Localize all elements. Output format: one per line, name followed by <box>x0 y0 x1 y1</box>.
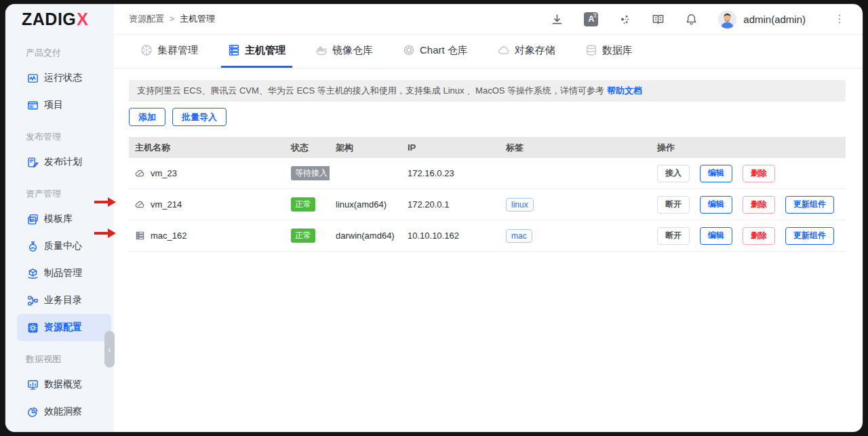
host-ip: 172.16.0.23 <box>401 168 500 178</box>
logo-x: X <box>77 9 88 29</box>
header-operations: 操作 <box>651 142 846 154</box>
sidebar-item-catalog[interactable]: 业务目录 <box>5 287 114 314</box>
tab-docker[interactable]: 镜像仓库 <box>309 35 380 68</box>
host-name: mac_162 <box>151 231 186 241</box>
tab-label: 对象存储 <box>515 44 555 57</box>
action-button-删除[interactable]: 删除 <box>743 227 775 245</box>
sidebar-section-title: 数据视图 <box>5 341 114 371</box>
project-icon: PM <box>27 100 39 111</box>
template-icon <box>27 214 39 225</box>
data-overview-icon <box>27 379 39 391</box>
svg-text:PM: PM <box>30 105 33 108</box>
sidebar-item-insight[interactable]: 效能洞察 <box>5 398 114 425</box>
resource-tabs: 集群管理主机管理镜像仓库Chart 仓库对象存储数据库 <box>114 35 863 68</box>
sidebar-item-artifact[interactable]: 制品管理 <box>5 260 114 287</box>
quality-icon <box>27 241 39 252</box>
host-name: vm_214 <box>151 199 182 210</box>
logo-text: ZADIG <box>22 9 76 29</box>
helm-icon <box>403 44 415 56</box>
user-menu[interactable]: admin(admin) <box>718 10 806 28</box>
host-ip: 172.20.0.1 <box>401 199 500 210</box>
tab-host[interactable]: 主机管理 <box>221 35 292 68</box>
language-icon[interactable]: A文 <box>584 12 598 26</box>
download-icon[interactable] <box>551 13 564 26</box>
host-management-content: 支持阿里云 ECS、腾讯云 CVM、华为云 ECS 等主机的接入和使用，支持集成… <box>114 68 863 432</box>
sidebar-item-data-overview[interactable]: 数据概览 <box>5 371 114 398</box>
notification-bell-icon[interactable] <box>685 13 698 26</box>
docker-icon <box>315 44 328 56</box>
host-arch: linux(amd64) <box>330 199 401 210</box>
host-row-vm_214: vm_214正常linux(amd64)172.20.0.1linux断开编辑删… <box>129 189 846 220</box>
status-badge: 等待接入 <box>291 166 330 180</box>
main-area: 资源配置 > 主机管理 A文 <box>114 4 863 432</box>
action-button-编辑[interactable]: 编辑 <box>700 165 732 182</box>
action-button-删除[interactable]: 删除 <box>743 196 775 214</box>
sidebar-item-label: 质量中心 <box>44 240 82 252</box>
host-row-mac_162: mac_162正常darwin(amd64)10.10.10.162mac断开编… <box>129 220 846 252</box>
status-badge: 正常 <box>291 229 315 243</box>
topbar: 资源配置 > 主机管理 A文 <box>114 4 863 35</box>
sidebar-item-project[interactable]: PM项目 <box>5 92 114 119</box>
sidebar-item-resource[interactable]: 资源配置 <box>17 314 111 341</box>
help-doc-link[interactable]: 帮助文档 <box>607 85 642 97</box>
sidebar-item-label: 数据概览 <box>44 378 82 391</box>
action-button-编辑[interactable]: 编辑 <box>700 196 732 214</box>
server-host-icon <box>135 231 145 241</box>
docs-book-icon[interactable] <box>652 13 665 26</box>
action-button-接入[interactable]: 接入 <box>657 165 690 182</box>
sidebar-item-label: 效能洞察 <box>44 405 82 418</box>
tab-database[interactable]: 数据库 <box>578 35 639 68</box>
cluster-icon <box>140 44 153 56</box>
header-tags: 标签 <box>500 142 651 154</box>
tab-cluster[interactable]: 集群管理 <box>134 35 205 68</box>
cloud-host-icon <box>135 199 145 210</box>
action-button-断开[interactable]: 断开 <box>657 227 690 245</box>
sidebar-item-label: 模板库 <box>44 213 73 225</box>
topbar-actions: A文 admin(admin) ⋮ <box>551 10 845 28</box>
sidebar-item-label: 项目 <box>44 99 63 111</box>
tab-label: 镜像仓库 <box>332 44 373 57</box>
header-ip: IP <box>401 142 500 153</box>
row-actions: 断开编辑删除更新组件 <box>651 196 846 214</box>
breadcrumb-item-current: 主机管理 <box>180 13 215 25</box>
zadigx-logo[interactable]: ZADIGX <box>5 4 114 35</box>
kebab-menu-icon[interactable]: ⋮ <box>834 14 845 24</box>
sidebar-item-release-plan[interactable]: 发布计划 <box>5 148 114 176</box>
sidebar-item-label: 制品管理 <box>44 267 82 279</box>
resource-icon <box>27 322 39 334</box>
batch-import-button[interactable]: 批量导入 <box>172 108 226 126</box>
release-plan-icon <box>27 157 39 168</box>
sidebar-item-monitor-wave[interactable]: 运行状态 <box>5 64 114 92</box>
host-ip: 10.10.10.162 <box>401 231 500 241</box>
host-arch: darwin(amd64) <box>330 231 401 241</box>
sidebar-item-label: 资源配置 <box>44 321 82 334</box>
tab-cloud[interactable]: 对象存储 <box>491 35 562 68</box>
sidebar: ZADIGX 产品交付运行状态PM项目发布管理发布计划资产管理模板库质量中心制品… <box>5 4 114 432</box>
host-table-body: vm_23等待接入172.16.0.23接入编辑删除vm_214正常linux(… <box>129 158 846 252</box>
cluster-nodes-icon[interactable] <box>618 13 631 26</box>
action-button-断开[interactable]: 断开 <box>657 196 690 214</box>
row-actions: 接入编辑删除 <box>651 165 846 182</box>
tab-helm[interactable]: Chart 仓库 <box>396 35 475 68</box>
catalog-icon <box>27 295 39 306</box>
host-name: vm_23 <box>151 168 177 178</box>
toolbar: 添加 批量导入 <box>129 108 846 126</box>
action-button-编辑[interactable]: 编辑 <box>700 227 732 245</box>
tab-label: Chart 仓库 <box>420 44 468 57</box>
artifact-icon <box>27 268 39 279</box>
action-button-更新组件[interactable]: 更新组件 <box>785 227 834 245</box>
host-table-header: 主机名称 状态 架构 IP 标签 操作 <box>129 137 846 158</box>
insight-icon <box>27 406 39 418</box>
sidebar-collapse-handle[interactable]: ‹ <box>104 331 115 368</box>
add-host-button[interactable]: 添加 <box>129 108 165 126</box>
action-button-更新组件[interactable]: 更新组件 <box>785 196 834 214</box>
tab-label: 集群管理 <box>157 44 198 57</box>
breadcrumb-item[interactable]: 资源配置 <box>129 13 164 25</box>
annotation-arrow-mac_162 <box>94 229 116 238</box>
breadcrumb: 资源配置 > 主机管理 <box>129 13 215 25</box>
host-row-vm_23: vm_23等待接入172.16.0.23接入编辑删除 <box>129 158 846 189</box>
row-actions: 断开编辑删除更新组件 <box>651 227 846 245</box>
host-table: 主机名称 状态 架构 IP 标签 操作 vm_23等待接入172.16.0.23… <box>129 137 846 252</box>
database-icon <box>585 44 597 56</box>
action-button-删除[interactable]: 删除 <box>743 165 775 182</box>
